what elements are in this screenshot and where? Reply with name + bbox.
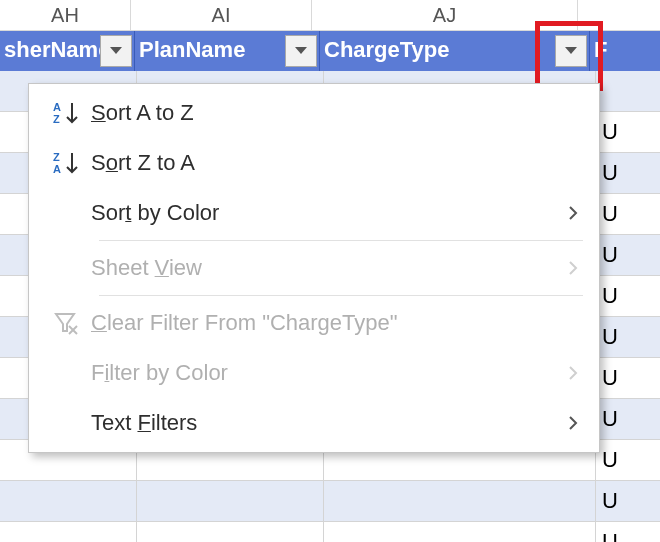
header-cell-shername[interactable]: sherName [0, 31, 135, 71]
cell[interactable]: U [596, 194, 660, 234]
chevron-right-icon [563, 205, 583, 221]
filter-by-color-item: Filter by Color [31, 348, 597, 398]
cell[interactable]: U [596, 481, 660, 521]
col-heading-AJ[interactable]: AJ [312, 0, 578, 30]
cell[interactable] [0, 522, 137, 542]
header-cell-next[interactable]: F [590, 31, 660, 71]
menu-separator [99, 240, 583, 241]
menu-label: Sort by Color [91, 200, 563, 226]
svg-text:A: A [53, 101, 61, 113]
menu-label: Text Filters [91, 410, 563, 436]
cell[interactable] [137, 522, 324, 542]
header-label: sherName [4, 31, 110, 69]
col-heading-next[interactable] [578, 0, 660, 30]
chevron-right-icon [563, 365, 583, 381]
svg-text:Z: Z [53, 113, 60, 125]
text-filters-item[interactable]: Text Filters [31, 398, 597, 448]
cell[interactable]: U [596, 399, 660, 439]
menu-label: Sort A to Z [91, 100, 583, 126]
menu-separator [99, 295, 583, 296]
cell[interactable] [0, 481, 137, 521]
filter-dropdown-button[interactable] [285, 35, 317, 67]
chevron-down-icon [110, 47, 122, 55]
chevron-right-icon [563, 415, 583, 431]
column-letter-row: AH AI AJ [0, 0, 660, 31]
cell[interactable] [324, 522, 596, 542]
cell[interactable]: U [596, 317, 660, 357]
svg-text:Z: Z [53, 151, 60, 163]
filter-context-menu: A Z Sort A to Z Z A Sort Z to A Sort by … [28, 83, 600, 453]
sort-az-item[interactable]: A Z Sort A to Z [31, 88, 597, 138]
header-label: PlanName [139, 31, 245, 69]
cell[interactable] [137, 481, 324, 521]
cell[interactable]: U [596, 440, 660, 480]
header-label: ChargeType [324, 31, 450, 69]
chevron-down-icon [565, 47, 577, 55]
cell[interactable]: U [596, 112, 660, 152]
svg-marker-0 [110, 47, 122, 54]
menu-label: Sheet View [91, 255, 563, 281]
filter-dropdown-button[interactable] [100, 35, 132, 67]
svg-text:A: A [53, 163, 61, 175]
sort-az-icon: A Z [41, 100, 91, 126]
sort-za-icon: Z A [41, 150, 91, 176]
col-heading-AI[interactable]: AI [131, 0, 312, 30]
svg-marker-1 [295, 47, 307, 54]
cell[interactable] [324, 481, 596, 521]
menu-label: Clear Filter From "ChargeType" [91, 310, 583, 336]
header-cell-planname[interactable]: PlanName [135, 31, 320, 71]
table-row: U [0, 522, 660, 542]
cell[interactable]: U [596, 235, 660, 275]
cell[interactable]: U [596, 358, 660, 398]
clear-filter-item: Clear Filter From "ChargeType" [31, 298, 597, 348]
svg-marker-2 [565, 47, 577, 54]
header-cell-chargetype[interactable]: ChargeType [320, 31, 590, 71]
table-row: U [0, 481, 660, 522]
cell[interactable]: U [596, 153, 660, 193]
sort-za-item[interactable]: Z A Sort Z to A [31, 138, 597, 188]
cell[interactable]: U [596, 522, 660, 542]
sort-by-color-item[interactable]: Sort by Color [31, 188, 597, 238]
menu-label: Sort Z to A [91, 150, 583, 176]
chevron-right-icon [563, 260, 583, 276]
clear-filter-icon [41, 311, 91, 335]
col-heading-AH[interactable]: AH [0, 0, 131, 30]
filter-dropdown-button[interactable] [555, 35, 587, 67]
table-header-row: sherName PlanName ChargeType F [0, 31, 660, 71]
chevron-down-icon [295, 47, 307, 55]
header-label: F [594, 31, 607, 69]
sheet-view-item: Sheet View [31, 243, 597, 293]
cell[interactable]: U [596, 276, 660, 316]
cell[interactable] [596, 71, 660, 111]
menu-label: Filter by Color [91, 360, 563, 386]
